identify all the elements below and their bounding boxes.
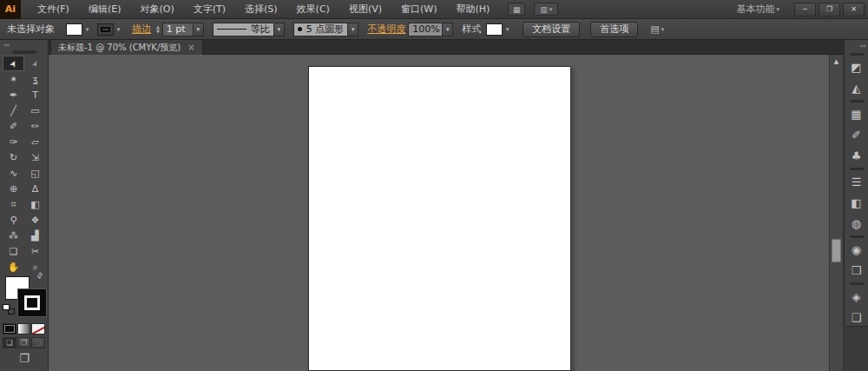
gradient-button[interactable]: [17, 323, 31, 335]
preferences-button[interactable]: 首选项: [590, 22, 638, 37]
draw-behind-button[interactable]: ❐: [17, 337, 31, 348]
tools-panel-header[interactable]: ««: [0, 40, 48, 50]
stroke-weight-combo[interactable]: 1 pt ▾: [162, 23, 204, 36]
perspective-grid-tool[interactable]: ∆: [24, 181, 46, 196]
go-to-bridge-button[interactable]: ▦: [508, 3, 525, 16]
menu-object[interactable]: 对象(O): [130, 0, 183, 19]
document-setup-button[interactable]: 文档设置: [523, 22, 580, 37]
eyedropper-tool[interactable]: ⚲: [3, 212, 24, 228]
blob-brush-tool[interactable]: ✑: [3, 134, 24, 149]
opacity-combo[interactable]: 100% ▾: [408, 23, 453, 36]
blend-tool[interactable]: ❖: [24, 212, 46, 228]
scale-tool[interactable]: ⇲: [24, 149, 46, 165]
chevron-down-icon[interactable]: ▾: [82, 23, 92, 36]
artboards-panel-button[interactable]: ❑: [845, 307, 868, 328]
stroke-panel-link[interactable]: 描边: [132, 23, 151, 36]
mesh-tool[interactable]: ⌗: [3, 196, 24, 212]
style-swatch[interactable]: [486, 23, 503, 36]
draw-inside-button[interactable]: ❑: [31, 337, 45, 348]
tools-panel-grip[interactable]: [12, 50, 36, 54]
dock-group-grip[interactable]: [850, 282, 864, 285]
selection-tool[interactable]: ➤: [3, 56, 24, 71]
menu-file[interactable]: 文件(F): [28, 0, 79, 19]
restore-button[interactable]: ❐: [819, 3, 840, 17]
menu-select[interactable]: 选择(S): [235, 0, 287, 19]
swap-fill-stroke-icon[interactable]: ⇄: [35, 270, 45, 281]
control-panel-menu[interactable]: ▤ ▾: [650, 23, 664, 35]
scrollbar-thumb[interactable]: [832, 239, 841, 262]
color-guide-panel-button[interactable]: ◭: [845, 77, 868, 98]
stroke-weight-value[interactable]: 1 pt: [162, 23, 194, 36]
style-swatch-control[interactable]: ▾: [486, 23, 512, 36]
chevron-down-icon[interactable]: ▾: [443, 23, 453, 36]
brush-definition-combo[interactable]: 5 点圆形 ▾: [293, 23, 359, 36]
fill-color-control[interactable]: ▾: [66, 23, 92, 36]
rectangle-tool[interactable]: ▭: [24, 103, 46, 118]
menu-edit[interactable]: 编辑(E): [79, 0, 131, 19]
menu-view[interactable]: 视图(V): [339, 0, 391, 19]
change-screen-mode-button[interactable]: ❐: [0, 349, 49, 367]
menu-window[interactable]: 窗口(W): [391, 0, 446, 19]
free-transform-tool[interactable]: ◱: [24, 165, 46, 181]
brushes-panel-button[interactable]: ✐: [845, 124, 868, 145]
graphic-styles-panel-button[interactable]: ❒: [845, 260, 868, 281]
width-profile-field[interactable]: 等比: [213, 23, 274, 36]
opacity-panel-link[interactable]: 不透明度: [367, 23, 405, 36]
rotate-tool[interactable]: ↻: [3, 149, 24, 165]
width-profile-combo[interactable]: 等比 ▾: [213, 23, 285, 36]
stroke-weight-stepper[interactable]: ▲ ▼: [156, 25, 160, 34]
fill-color-swatch[interactable]: [66, 23, 82, 36]
chevron-down-icon[interactable]: ▾: [194, 23, 204, 36]
symbol-sprayer-tool[interactable]: ⁂: [3, 228, 24, 243]
menu-type[interactable]: 文字(T): [184, 0, 235, 19]
layers-panel-button[interactable]: ◈: [845, 286, 868, 307]
pen-tool[interactable]: ✒: [3, 87, 24, 103]
brush-definition-field[interactable]: 5 点圆形: [293, 23, 349, 36]
draw-normal-button[interactable]: ❏: [3, 337, 16, 348]
stepper-down-icon[interactable]: ▼: [156, 30, 160, 34]
expand-panels-button[interactable]: ««: [845, 40, 868, 51]
swatches-panel-button[interactable]: ▦: [845, 103, 868, 124]
transparency-panel-button[interactable]: ◍: [845, 213, 868, 234]
magic-wand-tool[interactable]: ✶: [3, 71, 24, 87]
chevron-down-icon[interactable]: ▾: [114, 23, 123, 36]
chevron-down-icon[interactable]: ▾: [348, 23, 358, 36]
close-button[interactable]: ✕: [843, 3, 865, 17]
stroke-color-control[interactable]: ▾: [97, 23, 123, 36]
eraser-tool[interactable]: ▱: [24, 134, 46, 149]
none-button[interactable]: [31, 323, 45, 335]
gradient-panel-button[interactable]: ◧: [845, 192, 868, 213]
direct-selection-tool[interactable]: ➢: [24, 56, 46, 71]
chevron-down-icon[interactable]: ▾: [503, 23, 512, 36]
default-fill-stroke-icon[interactable]: [3, 304, 15, 315]
scroll-up-icon[interactable]: ▲: [830, 56, 843, 67]
chevron-down-icon[interactable]: ▾: [274, 23, 285, 36]
column-graph-tool[interactable]: ▟: [24, 228, 46, 243]
opacity-value[interactable]: 100%: [408, 23, 443, 36]
workspace-switcher[interactable]: 基本功能 ▾: [736, 3, 779, 16]
arrange-documents-button[interactable]: ▥ ▾: [534, 3, 558, 16]
tab-close-icon[interactable]: ×: [187, 43, 194, 52]
shape-builder-tool[interactable]: ⊕: [3, 181, 24, 196]
slice-tool[interactable]: ✂: [24, 243, 46, 259]
color-button[interactable]: [3, 323, 16, 335]
dock-group-grip[interactable]: [850, 168, 864, 170]
menu-effect[interactable]: 效果(C): [287, 0, 339, 19]
minimize-button[interactable]: ─: [794, 3, 816, 17]
line-segment-tool[interactable]: ╱: [3, 103, 24, 118]
vertical-scrollbar[interactable]: ▲: [829, 55, 844, 371]
dock-group-grip[interactable]: [850, 235, 864, 238]
stroke-color-swatch[interactable]: [97, 23, 114, 36]
symbols-panel-button[interactable]: ♣: [845, 145, 868, 166]
dock-group-grip[interactable]: [850, 100, 864, 103]
pencil-tool[interactable]: ✏: [24, 118, 46, 134]
gradient-tool[interactable]: ◧: [24, 196, 46, 212]
stroke-proxy-swatch[interactable]: [17, 288, 47, 317]
artboard[interactable]: [308, 66, 571, 371]
dock-group-grip[interactable]: [850, 53, 864, 56]
lasso-tool[interactable]: ʓ: [24, 71, 46, 87]
document-tab[interactable]: 未标题-1 @ 70% (CMYK/预览) ×: [50, 40, 203, 55]
type-tool[interactable]: T: [24, 87, 46, 103]
appearance-panel-button[interactable]: ◉: [845, 239, 868, 260]
paintbrush-tool[interactable]: ✐: [3, 118, 24, 134]
